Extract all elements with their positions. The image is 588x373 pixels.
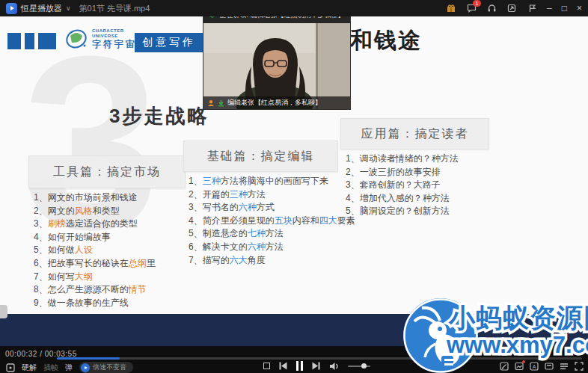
webcam-name-bar: 编辑老张【红点易消，多私聊】: [203, 96, 350, 109]
snapshot-icon[interactable]: [6, 363, 15, 372]
list-item: 9、做一条故事的生产线: [34, 297, 183, 310]
progress-fill: [57, 357, 120, 360]
playlist-icon[interactable]: [560, 362, 569, 371]
notification-dot: [522, 360, 525, 363]
section-list-tools: 1、网文的市场前景和钱途2、网文的风格和类型3、刷榜选定适合你的类型4、如何开始…: [34, 191, 183, 309]
chevron-down-icon[interactable]: ∨: [66, 4, 71, 12]
globe-icon: [64, 27, 88, 51]
list-item: 5、制造悬念的七种方法: [189, 227, 342, 241]
webcam-overlay[interactable]: 正在讲话: 编辑老张【红点易消，多私聊】；: [203, 7, 350, 109]
list-item: 8、怎么产生源源不断的情节: [34, 283, 183, 297]
danmaku-button[interactable]: 弹: [65, 363, 73, 373]
volume-slider[interactable]: [348, 366, 370, 367]
brand-en-line2: UNIVERSE: [92, 34, 137, 38]
volume-icon[interactable]: [329, 362, 340, 371]
list-item: 6、解决卡文的六种方法: [189, 241, 342, 254]
controls-left: 硬解 插帧 弹 倍速不变音: [6, 362, 133, 373]
list-item: 5、脑洞设定的？创新方法: [346, 205, 491, 218]
titlebar-left: 恒星播放器 ∨ 第01节 先导课.mp4: [6, 3, 150, 14]
gift-icon[interactable]: [446, 3, 456, 13]
brand-cn: 字符宇宙: [92, 40, 137, 49]
list-item: 5、如何做人设: [34, 244, 183, 257]
course-tag: 创意写作: [135, 33, 203, 52]
list-item: 3、套路创新的？大路子: [346, 179, 491, 192]
progress-bar[interactable]: [57, 357, 582, 360]
list-item: 1、网文的市场前景和钱途: [34, 191, 183, 205]
window-icon[interactable]: [545, 362, 554, 371]
app-logo-icon: [6, 3, 17, 14]
next-button[interactable]: [311, 361, 321, 371]
slide-page-title: 和钱途: [350, 25, 422, 56]
volume-knob[interactable]: [361, 363, 367, 369]
play-circle-icon: [81, 363, 90, 372]
section-header-application: 应用篇：搞定读者: [340, 118, 489, 149]
list-item: 2、一波三折的故事安排: [346, 166, 491, 179]
image-icon[interactable]: [515, 362, 524, 371]
maximize-button[interactable]: □: [562, 3, 567, 13]
titlebar: 恒星播放器 ∨ 第01节 先导课.mp4 1 – □ ×: [0, 0, 588, 16]
player-window: 恒星播放器 ∨ 第01节 先导课.mp4 1 – □ ×: [0, 0, 588, 373]
hw-decode-button[interactable]: 硬解: [22, 363, 37, 373]
slide-header-decoration: [7, 33, 56, 49]
previous-button[interactable]: [278, 361, 288, 371]
brand-logo: CHARACTER UNIVERSE 字符宇宙: [64, 27, 137, 51]
webcam-name-label: 编辑老张【红点易消，多私聊】: [227, 98, 322, 108]
slide-footer-band: [0, 314, 588, 346]
download-green-icon: [218, 99, 224, 107]
svg-text:A: A: [533, 364, 536, 369]
list-item: 7、描写的六大角度: [189, 254, 342, 268]
controls-right: A: [500, 362, 584, 371]
person-orange-icon: [207, 99, 215, 107]
strategy-title: 3步走战略: [109, 103, 209, 129]
section-list-application: 1、调动读者情绪的？种方法2、一波三折的故事安排3、套路创新的？大路子4、增加代…: [346, 152, 491, 218]
pause-button[interactable]: [296, 361, 303, 371]
flag-icon[interactable]: [527, 3, 537, 13]
minimize-button[interactable]: –: [547, 3, 552, 13]
headset-icon[interactable]: [486, 3, 497, 13]
edit-icon[interactable]: [500, 362, 509, 371]
player-controlbar: 00:00:32 / 00:03:55 硬解 插帧 弹 倍速不变音 A: [0, 346, 588, 373]
playback-controls: [263, 361, 370, 371]
filename: 第01节 先导课.mp4: [79, 3, 150, 14]
list-item: 4、简介里必须呈现的五块内容和四大要素: [189, 215, 342, 228]
list-item: 1、调动读者情绪的？种方法: [346, 152, 491, 166]
list-item: 6、把故事写长的秘诀在总纲里: [34, 257, 183, 271]
close-button[interactable]: ×: [577, 3, 582, 13]
section-header-basics: 基础篇：搞定编辑: [183, 141, 338, 172]
chat-icon[interactable]: 1: [466, 3, 477, 13]
list-item: 7、如何写大纲: [34, 271, 183, 284]
list-item: 3、写书名的六种方式: [189, 201, 342, 215]
section-list-basics: 1、三种方法将脑海中的画面写下来2、开篇的三种方法3、写书名的六种方式4、简介里…: [189, 175, 342, 267]
stop-button[interactable]: [263, 363, 270, 369]
webcam-video: 编辑老张【红点易消，多私聊】: [203, 23, 350, 109]
subtitle-icon[interactable]: A: [530, 362, 539, 371]
list-item: 3、刷榜选定适合你的类型: [34, 218, 183, 231]
list-item: 4、如何开始编故事: [34, 231, 183, 244]
section-header-tools: 工具篇：搞定市场: [28, 155, 186, 188]
list-item: 4、增加代入感的？种方法: [346, 192, 491, 206]
list-item: 2、网文的风格和类型: [34, 205, 183, 218]
side-panel-toggle[interactable]: [0, 305, 7, 318]
screenshot-icon[interactable]: [506, 3, 517, 13]
app-name[interactable]: 恒星播放器: [21, 3, 62, 14]
list-item: 1、三种方法将脑海中的画面写下来: [189, 175, 342, 188]
fullscreen-icon[interactable]: [575, 362, 584, 371]
speed-pitch-button[interactable]: 倍速不变音: [79, 362, 133, 373]
chat-badge: 1: [473, 0, 481, 7]
list-item: 2、开篇的三种方法: [189, 188, 342, 202]
titlebar-right: 1 – □ ×: [446, 3, 582, 13]
frame-interp-button[interactable]: 插帧: [43, 363, 58, 373]
